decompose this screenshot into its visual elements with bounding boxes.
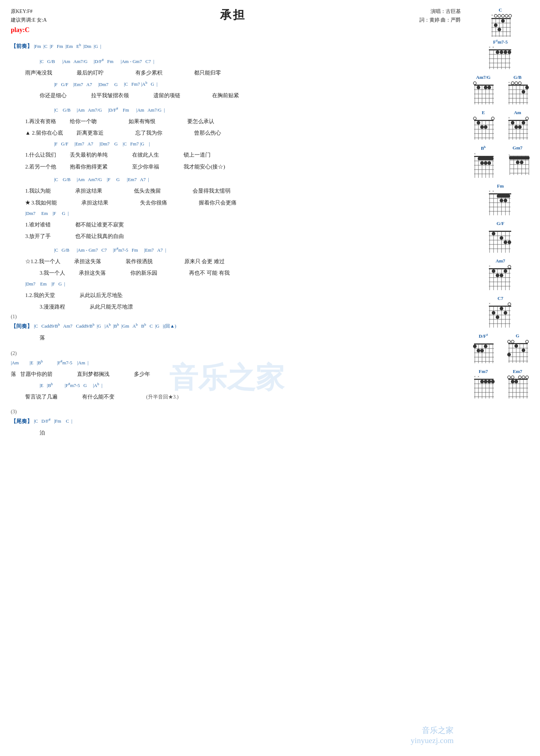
song-title: 承担 [47,7,419,23]
svg-rect-183 [489,306,511,307]
svg-rect-38 [474,85,494,86]
svg-point-247 [508,376,510,379]
svg-point-228 [514,344,518,348]
svg-rect-130 [509,156,530,159]
verse1-chord-row2: |F G/F |Em7 A7 |Dm7 G |C Fm7 |Ab G | [11,79,461,89]
suggested-key: 建议男调:E 女:A [11,16,47,24]
svg-rect-232 [474,379,494,380]
svg-point-84 [484,125,487,129]
svg-point-115 [480,161,484,165]
sec2-lyric2: 誓言说了几遍 有什么能不变 (升半音回★3.) [11,392,461,402]
svg-point-227 [507,353,511,356]
chord-am7g-diagram: Am7/G [468,75,499,107]
svg-point-49 [477,86,480,89]
svg-point-33 [496,50,499,54]
svg-point-131 [516,161,519,164]
prelude-label: 【前奏】 [11,41,32,51]
svg-point-54 [515,82,518,85]
svg-point-19 [498,28,501,31]
svg-point-209 [473,345,477,348]
svg-point-245 [487,380,491,383]
svg-text:×: × [489,46,491,49]
svg-point-86 [526,117,528,120]
interlude-label: 【间奏】 [11,321,32,332]
chord-gm7-diagram: Gm7 3 [502,145,533,180]
verse1-chord-row1: |C G/B |Am Am7/G |D/F# Fm |Am - Gm7 C7 | [11,57,461,66]
lyric1-2: 你还是细心 拉平我皱摺衣领 遗留的项链 在胸前贴紧 [11,90,461,101]
c5: |F G/F [54,80,72,89]
bridge-lyric2b: 3.漫漫路程 从此只能无尽地漂 [11,302,461,312]
svg-point-5 [509,14,512,17]
svg-point-99 [514,125,518,129]
svg-point-194 [500,307,503,310]
svg-rect-166 [489,268,511,269]
svg-text:×: × [489,190,491,193]
svg-point-1 [494,14,497,17]
svg-rect-135 [489,193,511,194]
chord-gb-diagram: G/B × [502,75,533,107]
bridge-lyric1b: 3.我一个人 承担这失落 你的新乐园 再也不 可能 有我 [11,268,461,278]
svg-rect-56 [508,85,528,86]
svg-rect-114 [478,157,494,160]
c6: |Em7 A7 [73,80,97,89]
svg-point-4 [505,14,508,17]
lyric2-2b: 2.若另一个他 抱着你抱得更紧 至少你幸福 我才能安心(接☆) [11,162,461,172]
svg-point-163 [508,240,511,244]
svg-point-100 [518,125,522,129]
svg-point-264 [514,380,518,383]
svg-point-35 [504,50,507,54]
svg-point-82 [477,121,480,125]
svg-rect-146 [497,194,510,198]
svg-point-180 [504,269,507,273]
svg-point-229 [522,348,525,352]
svg-point-147 [500,199,503,202]
svg-text:×: × [508,81,510,84]
svg-rect-216 [508,343,528,344]
svg-point-214 [511,340,514,343]
svg-point-117 [487,161,491,165]
svg-point-2 [498,14,501,17]
svg-point-210 [477,349,480,352]
svg-point-50 [484,86,487,89]
chorus-lyric1b: ★ 3.我如何能 承担这结果 失去你很痛 握着你只会更痛 [11,198,461,208]
svg-point-70 [491,117,494,120]
chorus-chord-row2: |Dm7 Em |F G | [11,209,461,218]
chord-am-diagram: Am × [502,110,533,142]
svg-point-17 [501,19,505,23]
svg-point-215 [526,340,528,343]
svg-text:×: × [492,46,494,49]
bridge-lyric2a: 1.2.我的天堂 从此以后无尽地坠 [11,290,461,301]
diagram-row-fm7-em7: Fm7 × × Em7 [464,369,536,401]
verse2-chord-row2: |F G/F |Em7 A7 |Dm7 G |C Fm7 |G | [11,140,461,149]
svg-text:×: × [474,375,476,378]
svg-point-182 [508,303,511,306]
svg-text:×: × [508,116,510,120]
chord-df-diagram: D/F# [468,333,499,366]
chord-fm7-diagram: Fm7 × × [468,369,499,401]
svg-point-165 [508,265,511,268]
svg-text:×: × [489,302,491,305]
play-key: play:C [11,24,47,36]
svg-point-263 [511,380,514,383]
svg-point-178 [496,274,499,277]
svg-point-195 [492,311,495,315]
chorus-chord-row1: |C G/B |Am Am7/G |F G |Em7 A7 | [11,175,461,184]
svg-point-162 [504,240,507,244]
c4: |Am - Gm7 C7 | [121,57,154,66]
chord-gf-diagram: G/F [485,221,516,255]
chord-em7-diagram: Em7 [502,369,533,401]
svg-point-249 [518,376,521,379]
c8: |C Fm7 |Ab G | [124,79,157,89]
sec2-chord-row2: |E |Bb |F#m7-5 G |Ab | [11,381,461,390]
svg-point-160 [492,232,495,235]
c1: |C G/B [40,57,61,66]
svg-point-246 [491,380,495,383]
outro-lyric: 泊 [11,428,461,438]
prelude-line: 【前奏】 |Fm |C |F Fm |Em Eb |Dm |G | [11,41,461,51]
original-key: 原KEY:F# [11,7,47,16]
bridge-chord-row2: |Dm7 Em |F G | [11,280,461,289]
svg-point-34 [500,50,503,54]
svg-point-161 [500,236,503,240]
svg-text:×: × [477,375,479,378]
svg-point-55 [518,82,521,85]
